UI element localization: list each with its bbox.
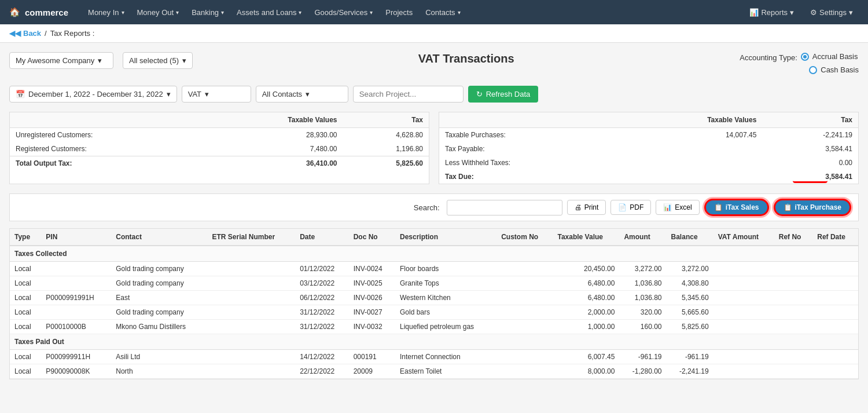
- calendar-icon: 📅: [16, 90, 25, 98]
- pdf-button[interactable]: 📄 PDF: [610, 200, 651, 215]
- nav-money-out[interactable]: Money Out ▾: [131, 6, 185, 19]
- pur-tax-2: 0.00: [762, 156, 858, 170]
- sales-label-0: Unregistered Customers:: [10, 128, 207, 142]
- chevron-down-icon: ▾: [458, 9, 461, 16]
- col-tv: Taxable Value: [553, 229, 619, 246]
- nav-assets-loans[interactable]: Assets and Loans ▾: [231, 6, 307, 19]
- search-label: Search:: [414, 203, 440, 212]
- col-etr: ETR Serial Number: [208, 229, 296, 246]
- itax-sales-icon: 📋: [714, 203, 723, 211]
- nav-money-in[interactable]: Money In ▾: [82, 6, 130, 19]
- print-icon: 🖨: [575, 203, 582, 211]
- back-button[interactable]: ◀◀ Back: [9, 29, 41, 38]
- chevron-down-icon: ▾: [205, 90, 209, 98]
- sales-total-tax: 5,825.60: [343, 156, 429, 171]
- pur-col1: [439, 112, 620, 128]
- col-desc: Description: [395, 229, 496, 246]
- sales-total-tv: 36,410.00: [207, 156, 343, 171]
- sales-tax-0: 4,628.80: [343, 128, 429, 142]
- app-name: commerce: [25, 8, 68, 17]
- col-ref-no: Ref No: [774, 229, 812, 246]
- col-pin: PIN: [41, 229, 111, 246]
- sales-row-1: Registered Customers: 7,480.00 1,196.80: [10, 142, 429, 156]
- accounting-type-label: Accounting Type:: [740, 53, 797, 62]
- company-selector[interactable]: My Awesome Company ▾: [9, 52, 113, 69]
- sales-tv-0: 28,930.00: [207, 128, 343, 142]
- nav-right: 📊 Reports ▾ ⚙ Settings ▾: [744, 6, 859, 19]
- col-contact: Contact: [111, 229, 207, 246]
- itax-sales-button[interactable]: 📋 iTax Sales: [704, 199, 769, 216]
- pur-col3: Tax: [762, 112, 858, 128]
- transactions-table-wrap: Type PIN Contact ETR Serial Number Date …: [9, 228, 859, 379]
- table-row: LocalP00010000BMkono Gamu Distillers31/1…: [10, 320, 858, 334]
- radio-circle-cash[interactable]: [809, 66, 817, 74]
- contact-select[interactable]: All Contacts ▾: [256, 86, 348, 103]
- purchases-summary-table: Taxable Values Tax Taxable Purchases: 14…: [439, 112, 859, 184]
- itax-purchase-icon: 📋: [784, 203, 792, 211]
- radio-circle-accrual[interactable]: [801, 53, 809, 61]
- col-type: Type: [10, 229, 41, 246]
- tax-due-label: Tax Due:: [439, 170, 620, 184]
- pdf-icon: 📄: [618, 203, 627, 211]
- gear-icon: ⚙: [810, 8, 817, 17]
- sales-summary-table: Taxable Values Tax Unregistered Customer…: [9, 112, 429, 184]
- breadcrumb-current: Tax Reports :: [50, 29, 95, 38]
- nav-banking[interactable]: Banking ▾: [186, 6, 230, 19]
- col-doc: Doc No: [349, 229, 395, 246]
- sales-col3: Tax: [343, 112, 429, 128]
- tax-due-row: Tax Due: 3,584.41: [439, 170, 858, 184]
- project-search-input[interactable]: [353, 86, 464, 103]
- tax-due-amount: 3,584.41: [768, 173, 852, 181]
- table-row: LocalGold trading company31/12/2022INV-0…: [10, 305, 858, 320]
- filter-row: 📅 December 1, 2022 - December 31, 2022 ▾…: [9, 86, 859, 103]
- sales-tax-1: 1,196.80: [343, 142, 429, 156]
- cash-radio[interactable]: Cash Basis: [740, 65, 859, 74]
- home-icon[interactable]: 🏠: [9, 7, 20, 17]
- accrual-radio[interactable]: Accrual Basis: [801, 52, 858, 61]
- chevron-down-icon: ▾: [176, 9, 179, 16]
- col-ref-date: Ref Date: [812, 229, 858, 246]
- excel-button[interactable]: 📊 Excel: [656, 200, 699, 215]
- pur-row-1: Tax Payable: 3,584.41: [439, 142, 858, 156]
- sales-col2: Taxable Values: [207, 112, 343, 128]
- print-button[interactable]: 🖨 Print: [567, 200, 606, 215]
- date-range-picker[interactable]: 📅 December 1, 2022 - December 31, 2022 ▾: [9, 86, 177, 103]
- col-date: Date: [295, 229, 349, 246]
- sales-col1: [10, 112, 207, 128]
- chevron-down-icon: ▾: [122, 9, 124, 16]
- red-arrow-annotation: [793, 177, 827, 183]
- app-logo[interactable]: 🏠 commerce: [9, 7, 68, 17]
- nav-goods-services[interactable]: Goods/Services ▾: [308, 6, 378, 19]
- pur-label-0: Taxable Purchases:: [439, 128, 620, 142]
- chevron-down-icon: ▾: [306, 90, 310, 98]
- pur-label-2: Less Withheld Taxes:: [439, 156, 620, 170]
- pur-col2: Taxable Values: [620, 112, 762, 128]
- chevron-down-icon: ▾: [849, 8, 853, 17]
- company-label: My Awesome Company: [16, 56, 94, 65]
- vat-select[interactable]: VAT ▾: [182, 86, 251, 103]
- refresh-icon: ↻: [476, 90, 483, 98]
- search-input[interactable]: [447, 200, 562, 215]
- itax-purchase-button[interactable]: 📋 iTax Purchase: [774, 199, 851, 216]
- col-vat: VAT Amount: [713, 229, 774, 246]
- chevron-down-icon: ▾: [167, 90, 171, 98]
- contact-label: All Contacts: [262, 90, 302, 98]
- action-bar: Search: 🖨 Print 📄 PDF 📊 Excel 📋 iTax Sal…: [9, 193, 859, 221]
- nav-contacts[interactable]: Contacts ▾: [420, 6, 466, 19]
- reports-icon: 📊: [749, 8, 759, 17]
- nav-settings[interactable]: ⚙ Settings ▾: [804, 6, 859, 19]
- table-row: LocalP0000991991HEast06/12/2022INV-0026W…: [10, 291, 858, 305]
- accrual-label: Accrual Basis: [812, 52, 858, 61]
- sales-label-1: Registered Customers:: [10, 142, 207, 156]
- main-content: My Awesome Company ▾ All selected (5) ▾ …: [0, 43, 868, 389]
- sales-total-row: Total Output Tax: 36,410.00 5,825.60: [10, 156, 429, 171]
- breadcrumb-separator: /: [45, 29, 47, 38]
- vat-label: VAT: [188, 90, 201, 98]
- refresh-data-button[interactable]: ↻ Refresh Data: [468, 86, 539, 103]
- tax-due-tv: [620, 170, 762, 184]
- excel-icon: 📊: [663, 203, 672, 211]
- nav-projects[interactable]: Projects: [380, 6, 418, 19]
- chevron-down-icon: ▾: [221, 9, 224, 16]
- nav-reports[interactable]: 📊 Reports ▾: [744, 6, 800, 19]
- all-selected-button[interactable]: All selected (5) ▾: [123, 52, 193, 69]
